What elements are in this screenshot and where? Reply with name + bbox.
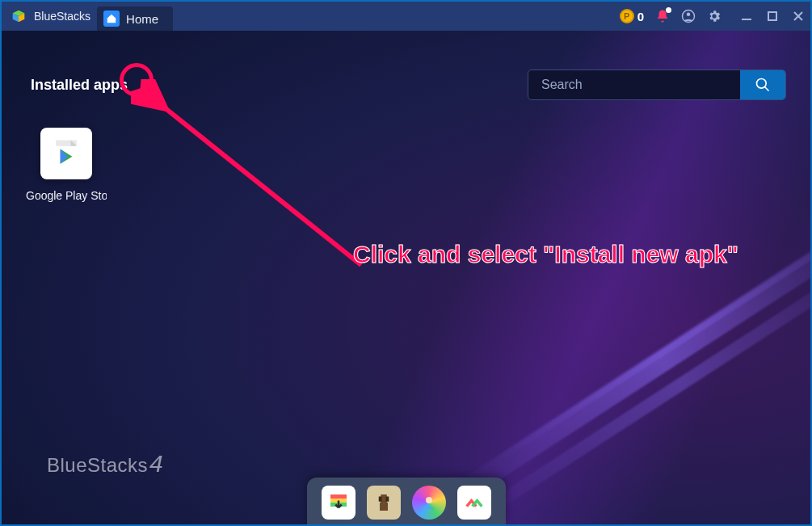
notifications-button[interactable] <box>655 9 670 23</box>
coin-count: 0 <box>637 10 644 23</box>
app-label: Google Play Store <box>26 189 107 202</box>
chevrons-icon <box>463 491 486 514</box>
app-name: BlueStacks <box>34 10 90 23</box>
dock <box>307 478 506 524</box>
svg-rect-13 <box>378 497 381 502</box>
close-button[interactable] <box>791 9 806 23</box>
download-icon <box>326 490 351 515</box>
dock-app-4[interactable] <box>457 486 491 520</box>
account-icon[interactable] <box>681 9 696 23</box>
search-button[interactable] <box>740 70 785 99</box>
annotation-text: Click and select "Install new apk" <box>353 241 738 268</box>
svg-point-6 <box>757 79 767 89</box>
watermark-brand: BlueStacks <box>47 454 148 477</box>
dock-app-2[interactable] <box>367 486 401 520</box>
gear-icon[interactable] <box>707 9 722 23</box>
svg-point-1 <box>687 13 691 17</box>
notification-dot-icon <box>666 7 671 13</box>
tab-home[interactable]: Home <box>97 6 173 31</box>
dock-app-3[interactable] <box>412 486 446 520</box>
decorative-streak <box>455 220 810 502</box>
minimize-button[interactable] <box>739 9 754 23</box>
svg-rect-15 <box>380 503 388 511</box>
svg-line-8 <box>159 103 361 265</box>
avatar-icon <box>419 493 439 512</box>
app-google-play-store[interactable]: Google Play Store <box>26 128 107 202</box>
annotation-arrow <box>131 79 389 289</box>
watermark: BlueStacks 4 <box>47 450 163 478</box>
titlebar: BlueStacks Home P 0 <box>2 2 810 31</box>
search-box <box>528 69 786 100</box>
watermark-version: 4 <box>149 450 163 478</box>
tab-label: Home <box>126 12 158 26</box>
minimize-icon <box>740 10 753 23</box>
section-title: Installed apps <box>31 77 128 94</box>
bluestacks-logo-icon <box>10 7 27 25</box>
main-area: Installed apps Click and select "Install… <box>2 31 810 524</box>
installed-apps-menu-button[interactable] <box>137 74 158 95</box>
svg-rect-3 <box>768 12 776 20</box>
close-icon <box>792 10 805 23</box>
svg-rect-9 <box>330 494 347 499</box>
decorative-streak <box>491 194 810 465</box>
svg-line-7 <box>765 87 769 91</box>
dock-app-1[interactable] <box>322 486 356 520</box>
svg-rect-14 <box>385 497 389 502</box>
home-icon <box>103 11 120 27</box>
search-icon <box>755 77 771 93</box>
dog-icon <box>372 490 396 515</box>
search-input[interactable] <box>528 70 740 99</box>
play-store-icon <box>40 128 92 179</box>
coin-counter[interactable]: P 0 <box>620 9 644 23</box>
maximize-button[interactable] <box>765 9 780 23</box>
coin-icon: P <box>620 9 634 23</box>
decorative-streak <box>473 247 810 522</box>
maximize-icon <box>766 10 779 23</box>
kebab-icon <box>147 79 149 91</box>
svg-point-16 <box>426 497 432 503</box>
